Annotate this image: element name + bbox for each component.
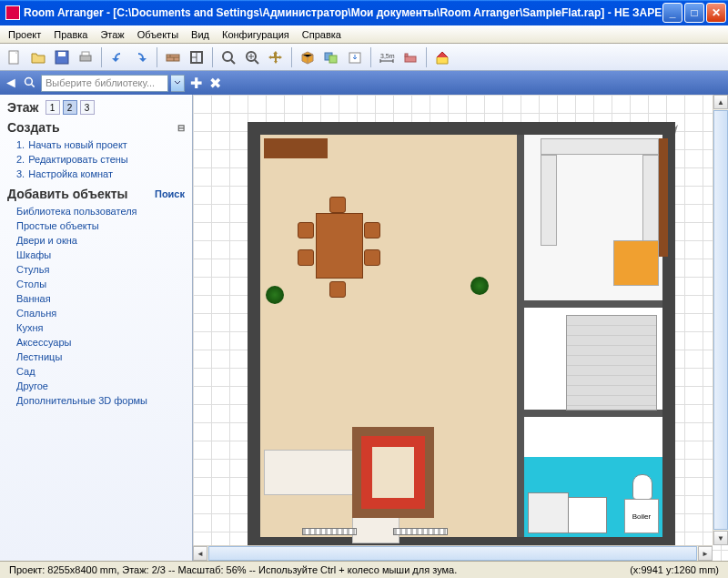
svg-rect-3	[80, 56, 91, 61]
search-icon[interactable]	[22, 75, 38, 91]
menu-objects[interactable]: Объекты	[131, 27, 185, 42]
scroll-left-button[interactable]: ◄	[193, 546, 207, 561]
cat-garden[interactable]: Сад	[7, 364, 185, 379]
menu-help[interactable]: Справка	[296, 27, 348, 42]
menubar: Проект Правка Этаж Объекты Вид Конфигура…	[0, 25, 728, 44]
status-info: Проект: 8255x8400 mm, Этаж: 2/3 -- Масшт…	[4, 564, 462, 575]
scrollbar-horizontal[interactable]: ◄ ►	[193, 545, 713, 561]
cat-bedroom[interactable]: Спальня	[7, 306, 185, 320]
floorplan-canvas[interactable]: Boiler ▲ ▼ ◄ ►	[193, 95, 728, 561]
scrollbar-vertical[interactable]: ▲ ▼	[713, 95, 728, 545]
sidebar: Этаж 1 2 3 Создать ⊟ 1.Начать новый прое…	[0, 95, 193, 561]
svg-text:3,5m: 3,5m	[380, 53, 395, 59]
create-section-header: Создать ⊟	[7, 120, 185, 135]
floor-1-button[interactable]: 1	[46, 100, 60, 115]
create-edit-walls[interactable]: 2.Редактировать стены	[7, 152, 185, 167]
status-coords: (x:9941 y:1260 mm)	[624, 564, 724, 575]
svg-rect-10	[329, 56, 337, 63]
redo-button[interactable]	[130, 46, 152, 68]
floor-selector: Этаж 1 2 3	[7, 100, 185, 115]
scroll-thumb-h[interactable]	[208, 546, 697, 561]
statusbar: Проект: 8255x8400 mm, Этаж: 2/3 -- Масшт…	[0, 561, 728, 578]
add-panel-button[interactable]: ✚	[187, 75, 204, 91]
save-button[interactable]	[51, 46, 73, 68]
scroll-down-button[interactable]: ▼	[713, 531, 728, 545]
svg-rect-14	[405, 54, 408, 56]
cat-tables[interactable]: Столы	[7, 277, 185, 291]
create-room-setup[interactable]: 3.Настройка комнат	[7, 167, 185, 181]
zoom-button[interactable]	[217, 46, 239, 68]
3d-view-button[interactable]	[297, 46, 318, 68]
pan-button[interactable]	[265, 46, 287, 68]
zoom-fit-button[interactable]	[241, 46, 263, 68]
close-panel-button[interactable]: ✖	[207, 75, 223, 91]
floorplan[interactable]: Boiler	[248, 122, 675, 550]
menu-view[interactable]: Вид	[185, 27, 216, 42]
library-search-field[interactable]: Выберите библиотеку...	[41, 75, 168, 92]
window-title: Room Arranger - [C:\Documents and Settin…	[24, 6, 662, 19]
floor-label: Этаж	[7, 100, 39, 115]
collapse-icon[interactable]: ⊟	[177, 123, 185, 133]
boiler-label: Boiler	[624, 499, 659, 533]
menu-config[interactable]: Конфигурация	[216, 27, 296, 42]
cat-3d-shapes[interactable]: Дополнительные 3D формы	[7, 393, 185, 408]
create-new-project[interactable]: 1.Начать новый проект	[7, 137, 185, 152]
undo-button[interactable]	[106, 46, 128, 68]
cat-other[interactable]: Другое	[7, 379, 185, 393]
svg-rect-4	[82, 52, 89, 56]
measure-button[interactable]: 3,5m	[376, 46, 398, 68]
furniture-button[interactable]	[399, 46, 421, 68]
floor-2-button[interactable]: 2	[63, 100, 77, 115]
floor-3-button[interactable]: 3	[80, 100, 95, 115]
cat-doors-windows[interactable]: Двери и окна	[7, 233, 185, 248]
svg-point-15	[25, 78, 33, 86]
close-button[interactable]: ✕	[706, 3, 726, 23]
menu-project[interactable]: Проект	[2, 27, 47, 42]
cat-wardrobes[interactable]: Шкафы	[7, 248, 185, 262]
menu-floor[interactable]: Этаж	[94, 27, 130, 42]
home-button[interactable]	[431, 46, 453, 68]
cat-simple-objects[interactable]: Простые объекты	[7, 218, 185, 233]
cat-accessories[interactable]: Аксессуары	[7, 335, 185, 350]
search-link[interactable]: Поиск	[155, 188, 185, 199]
export-button[interactable]	[344, 46, 366, 68]
toolbar-main: 3,5m	[0, 44, 728, 71]
new-button[interactable]	[4, 46, 25, 68]
gallery-button[interactable]	[320, 46, 342, 68]
scroll-thumb-v[interactable]	[713, 110, 728, 530]
cat-chairs[interactable]: Стулья	[7, 262, 185, 277]
cat-bathroom[interactable]: Ванная	[7, 291, 185, 306]
cat-stairs[interactable]: Лестницы	[7, 350, 185, 364]
cat-user-library[interactable]: Библиотека пользователя	[7, 204, 185, 218]
app-icon	[5, 5, 20, 20]
rooms-button[interactable]	[186, 46, 207, 68]
maximize-button[interactable]: □	[684, 3, 704, 23]
scroll-right-button[interactable]: ►	[698, 546, 713, 561]
library-dropdown-button[interactable]	[171, 75, 185, 92]
walls-button[interactable]	[162, 46, 184, 68]
print-button[interactable]	[75, 46, 96, 68]
svg-point-7	[223, 52, 232, 61]
add-objects-header: Добавить объекты Поиск	[7, 187, 185, 201]
minimize-button[interactable]: _	[662, 3, 682, 23]
toolbar-search: ◄ Выберите библиотеку... ✚ ✖	[0, 71, 728, 95]
nav-back-button[interactable]: ◄	[3, 75, 19, 91]
scroll-up-button[interactable]: ▲	[713, 95, 728, 109]
cat-kitchen[interactable]: Кухня	[7, 320, 185, 335]
menu-edit[interactable]: Правка	[47, 27, 94, 42]
titlebar: Room Arranger - [C:\Documents and Settin…	[0, 0, 728, 25]
svg-rect-13	[405, 56, 416, 62]
svg-rect-2	[58, 52, 66, 56]
open-button[interactable]	[27, 46, 49, 68]
